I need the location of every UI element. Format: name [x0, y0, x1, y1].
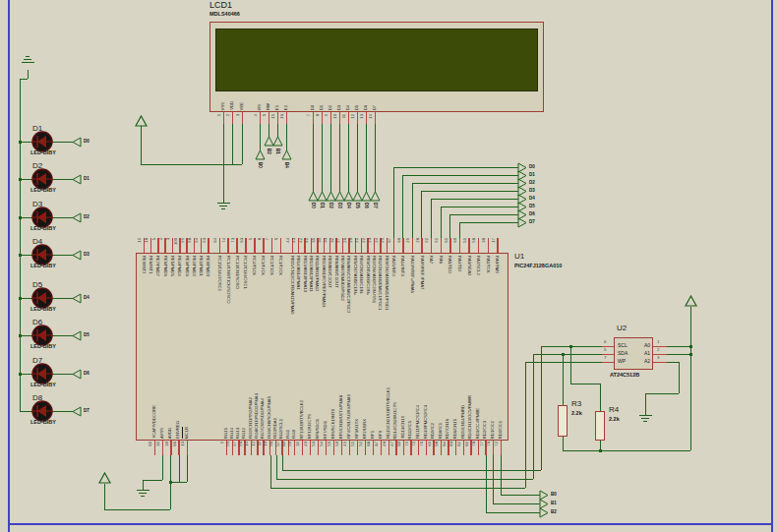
input-terminal-icon[interactable]: [371, 192, 380, 201]
wire: [486, 455, 487, 512]
u1-pin-number: 98: [188, 238, 192, 243]
wire: [162, 455, 163, 480]
u1-pin-name: RB1/CN3/AN1/EMUC1/PGC1: [378, 256, 382, 310]
led-terminal-label: D2: [84, 215, 90, 220]
output-terminal-icon[interactable]: [540, 491, 548, 500]
pin-stub: [322, 112, 324, 124]
lcd-data-terminal-label: D7: [373, 203, 378, 208]
input-terminal-icon[interactable]: [344, 192, 353, 201]
u1-pin-number: 23: [368, 238, 372, 243]
u2-pin-number: 7: [604, 356, 606, 360]
pin-stub: [488, 238, 490, 253]
u1-pin-name: RB4/CN6/AN4/C1IN-: [359, 256, 363, 294]
ground-icon: [221, 208, 225, 209]
ground-icon: [137, 490, 149, 491]
u1-pin-number: 48: [383, 442, 387, 446]
resistor-r4[interactable]: [595, 411, 605, 441]
output-terminal-icon[interactable]: [540, 500, 548, 508]
u1-pin-number: 27: [336, 238, 340, 243]
u2-pin-name: A1: [629, 351, 650, 356]
power-terminal-icon[interactable]: [686, 296, 696, 306]
u1-pin-number: 100: [174, 238, 178, 245]
u1-pin-name: RD13/CN19: [401, 416, 405, 439]
wire: [339, 124, 340, 192]
input-terminal-icon[interactable]: [309, 192, 318, 201]
sheet-border-bottom: [8, 523, 773, 525]
u1-pin-name: RF7/SDI1: [324, 421, 328, 439]
wire: [282, 470, 541, 471]
u1-pin-number: 71: [412, 442, 416, 446]
u1-pin-name: RD8/IC1: [439, 423, 443, 439]
u1-pin-number: 43: [292, 238, 296, 243]
wire: [282, 455, 283, 470]
u1-pin-number: 95: [226, 442, 230, 446]
u1-pin-number: 82: [457, 442, 461, 446]
u1-pin-number: 94: [195, 238, 199, 243]
junction-dot: [689, 345, 692, 348]
u1-pin-number: 60: [453, 238, 457, 243]
wire: [563, 354, 564, 405]
u1-pin-name: RG15: [224, 428, 228, 439]
power-terminal-icon[interactable]: [99, 473, 110, 483]
wire: [141, 126, 142, 164]
lcd-data-terminal-label: D6: [364, 203, 369, 208]
u1-pin-number: 79: [405, 442, 409, 446]
terminal-icon[interactable]: [73, 370, 81, 379]
terminal-icon[interactable]: [73, 407, 81, 416]
junction-dot: [689, 353, 692, 356]
output-terminal-icon[interactable]: [518, 218, 526, 227]
wire: [52, 335, 73, 336]
r4-ref: R4: [609, 406, 619, 414]
u1-pin-number: 97: [233, 442, 237, 446]
u2-pin-number: 1: [657, 340, 659, 344]
input-terminal-icon[interactable]: [282, 150, 291, 159]
ground-icon: [641, 418, 649, 419]
u1-pin-number: 92: [425, 238, 429, 243]
input-terminal-icon[interactable]: [353, 192, 362, 201]
led-value: LED-BIBY: [30, 150, 56, 156]
u1-pin-number: 77: [480, 442, 484, 446]
pin-stub: [602, 362, 614, 364]
wire: [277, 124, 278, 137]
u1-pin-name: RA5/TDO: [448, 256, 451, 273]
input-terminal-icon[interactable]: [265, 137, 273, 146]
input-terminal-icon[interactable]: [335, 192, 344, 201]
u1-pin-name: RG0: [292, 430, 296, 439]
input-terminal-icon[interactable]: [318, 192, 327, 201]
input-terminal-icon[interactable]: [273, 137, 282, 146]
input-terminal-icon[interactable]: [327, 192, 335, 201]
power-terminal-icon[interactable]: [136, 116, 147, 126]
u1-pin-number: 19: [138, 238, 142, 243]
terminal-icon[interactable]: [73, 294, 81, 303]
terminal-icon[interactable]: [73, 331, 81, 340]
u1-part: PIC24FJ128GA010: [514, 264, 562, 269]
terminal-icon[interactable]: [73, 175, 81, 184]
r3-ref: R3: [571, 400, 581, 408]
input-terminal-icon[interactable]: [256, 150, 265, 159]
input-terminal-icon[interactable]: [362, 192, 371, 201]
ground-icon: [643, 421, 647, 422]
u1-pin-name: RA15/INT4: [391, 256, 395, 276]
u1-pin-number: 69: [428, 442, 432, 446]
sheet-border-right: [771, 0, 773, 532]
resistor-r3[interactable]: [558, 405, 568, 437]
u1-pin-number: 29: [406, 238, 410, 243]
u1-pin-number: 50: [335, 442, 339, 446]
led-value: LED-BIBY: [30, 264, 56, 269]
terminal-icon[interactable]: [73, 138, 81, 147]
u2-part: AT24C512B: [610, 373, 639, 379]
u1-pin-number: 66: [397, 238, 401, 243]
wire: [459, 222, 460, 238]
output-terminal-icon[interactable]: [540, 508, 548, 517]
u2-pin-name: A0: [629, 343, 650, 348]
u1-pin-number: 61: [445, 238, 448, 243]
pin-stub: [402, 238, 404, 253]
u1-pin-number: 63: [240, 238, 244, 243]
lcd-data-terminal-label: D1: [320, 203, 325, 208]
terminal-icon[interactable]: [73, 251, 81, 260]
u1-pin-number: 9: [249, 238, 253, 240]
u1-pin-name: RB13/AN13/PMA10: [302, 256, 306, 292]
terminal-icon[interactable]: [73, 213, 81, 222]
u1-pin-number: 14: [245, 442, 249, 446]
u1-pin-number: 67: [388, 238, 391, 243]
